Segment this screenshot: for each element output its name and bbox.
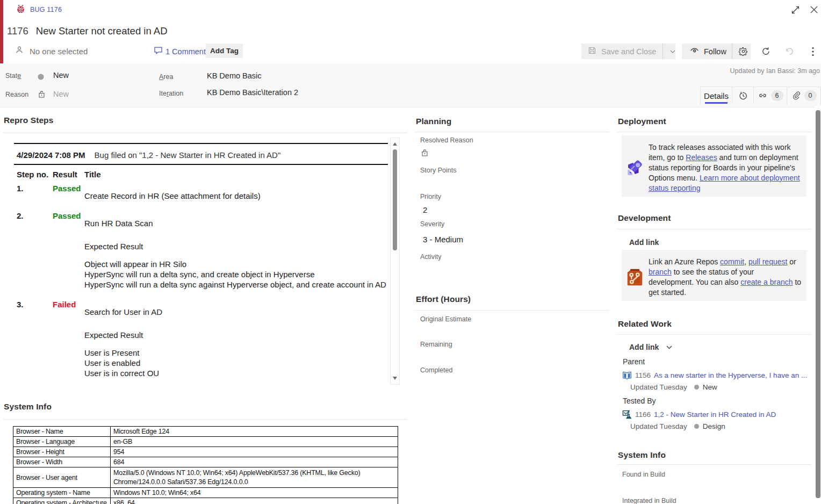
save-and-close-button[interactable]: Save and Close	[581, 44, 675, 59]
related-work-heading: Related Work	[618, 319, 672, 329]
severity-value[interactable]: 3 - Medium	[423, 235, 463, 244]
icon-image	[422, 149, 428, 156]
column-header-result: Result	[53, 169, 84, 179]
step-number: 3.	[17, 299, 53, 378]
work-item-title[interactable]: New Starter not created in AD	[36, 25, 168, 37]
step-title-cell: Create Record in HR (See attachment for …	[84, 183, 389, 201]
iteration-value[interactable]: KB Demo Basic\Iteration 2	[207, 88, 298, 97]
page-scrollbar[interactable]	[815, 106, 821, 504]
development-add-link[interactable]: Add link	[629, 238, 659, 247]
system-info-key: Operating system - Architecture	[13, 498, 111, 504]
story-points-label[interactable]: Story Points	[420, 167, 456, 174]
remaining-label[interactable]: Remaining	[420, 341, 452, 348]
releases-link[interactable]: Releases	[686, 153, 717, 162]
state-label: State	[5, 72, 21, 80]
expected-result-label: Expected Result	[84, 330, 389, 340]
priority-value[interactable]: 2	[423, 205, 427, 214]
branch-link[interactable]: branch	[649, 268, 672, 276]
rocket-icon	[627, 142, 649, 193]
system-info-value: 954	[111, 447, 398, 457]
scroll-up-arrow[interactable]	[393, 142, 397, 146]
page-scrollbar-thumb[interactable]	[816, 110, 820, 498]
bug-filed-time: 4/29/2024 7:08 PM	[17, 150, 85, 160]
icon-image	[791, 5, 800, 15]
activity-label[interactable]: Activity	[420, 253, 442, 261]
add-link-label: Add link	[629, 343, 659, 351]
work-item-type-bar: BUG 1176	[16, 5, 62, 15]
scroll-down-arrow[interactable]	[393, 377, 397, 380]
system-info-key: Operating system - Name	[13, 488, 111, 498]
related-item-updated: Updated Tuesday	[630, 383, 687, 391]
user-story-icon	[622, 371, 632, 380]
deployment-text: To track releases associated with this w…	[649, 142, 800, 193]
reason-value: New	[53, 90, 69, 98]
save-options-chevron-icon[interactable]	[669, 48, 676, 55]
bug-filed-text: Bug filed on "1,2 - New Starter in HR Cr…	[95, 150, 281, 160]
related-item-link[interactable]: 1,2 - New Starter in HR Created in AD	[654, 411, 776, 419]
learn-more-link[interactable]: Learn more about deployment	[700, 174, 800, 182]
chevron-down-icon	[666, 344, 673, 351]
icon-image	[39, 91, 45, 98]
iteration-label: Iteration	[159, 90, 183, 97]
step-number: 1.	[17, 183, 53, 201]
work-item-id: 1176	[7, 25, 28, 37]
related-item-id: 1156	[635, 371, 651, 379]
text-segment: or	[787, 257, 796, 266]
pull-request-link[interactable]: pull request	[748, 257, 787, 266]
integrated-in-build-label[interactable]: Integrated in Build	[622, 497, 676, 504]
text-segment: and turn on deployment	[717, 153, 798, 162]
window-controls	[790, 5, 819, 15]
related-item-id: 1166	[635, 411, 651, 419]
related-item-link[interactable]: As a new starter in the Hyperverse, I ha…	[654, 371, 807, 379]
related-item-sub-row: Updated Tuesday New	[630, 383, 811, 391]
system-info-value: Microsoft Edge 124	[111, 427, 398, 437]
priority-label[interactable]: Priority	[420, 193, 441, 200]
tab-details[interactable]: Details	[700, 87, 732, 104]
create-branch-link[interactable]: create a branch	[740, 278, 793, 286]
steps-header: Step no. Result Title	[17, 169, 389, 179]
more-actions-button[interactable]	[805, 44, 821, 59]
related-item-state: New	[703, 383, 717, 391]
commit-link[interactable]: commit	[720, 257, 744, 266]
updated-by-text[interactable]: Updated by Ian Bassi: 3m ago	[730, 67, 820, 75]
tab-attachments[interactable]: 0	[787, 87, 821, 104]
undo-button[interactable]	[781, 44, 797, 59]
repro-scrollbar[interactable]	[390, 138, 400, 385]
follow-eye-icon	[690, 46, 699, 57]
found-in-build-label[interactable]: Found in Build	[622, 471, 665, 478]
deployment-info-box: To track releases associated with this w…	[622, 135, 806, 197]
learn-more-link-wrap[interactable]: status reporting	[649, 184, 701, 192]
repro-steps-box[interactable]: 4/29/2024 7:08 PM Bug filed on "1,2 - Ne…	[13, 138, 400, 385]
expected-result-label: Expected Result	[84, 241, 389, 251]
notification-settings-button[interactable]	[736, 44, 751, 59]
close-icon[interactable]	[809, 5, 819, 15]
related-add-link[interactable]: Add link	[629, 343, 673, 351]
completed-label[interactable]: Completed	[420, 366, 452, 374]
fullscreen-icon[interactable]	[790, 5, 800, 15]
text-line: item, go to Releases and turn on deploym…	[649, 153, 800, 163]
expected-line: Object will appear in HR Silo	[84, 259, 389, 269]
system-info-value: Mozilla/5.0 (Windows NT 10.0; Win64; x64…	[111, 467, 398, 488]
tested-by-group-label: Tested By	[623, 397, 656, 405]
state-value[interactable]: New	[53, 71, 69, 80]
development-text: Link an Azure Repos commit, pull request…	[649, 257, 801, 298]
step-row-1: 1. Passed Create Record in HR (See attac…	[17, 183, 389, 201]
expected-line: User is in correct OU	[84, 368, 389, 378]
step-title: Search for User in AD	[84, 307, 389, 317]
severity-label[interactable]: Severity	[420, 220, 444, 228]
separator	[732, 44, 732, 59]
right-column: Deployment To track releases associated …	[617, 107, 811, 504]
tab-links[interactable]: 6	[754, 87, 787, 104]
tab-history[interactable]	[732, 87, 754, 104]
step-title: Create Record in HR (See attachment for …	[84, 191, 389, 201]
label-text: rea	[163, 73, 173, 81]
text-segment: Options menu.	[649, 174, 700, 182]
area-value[interactable]: KB Demo Basic	[207, 71, 262, 80]
bug-icon	[16, 4, 25, 16]
refresh-button[interactable]	[758, 44, 774, 59]
work-item-type-link[interactable]: BUG 1176	[30, 6, 62, 13]
original-estimate-label[interactable]: Original Estimate	[420, 315, 471, 323]
system-info-row: Browser - Height954	[13, 447, 398, 457]
repro-scrollbar-thumb[interactable]	[393, 149, 397, 250]
step-title-cell: Run HR Data Scan Expected Result Object …	[84, 211, 389, 290]
